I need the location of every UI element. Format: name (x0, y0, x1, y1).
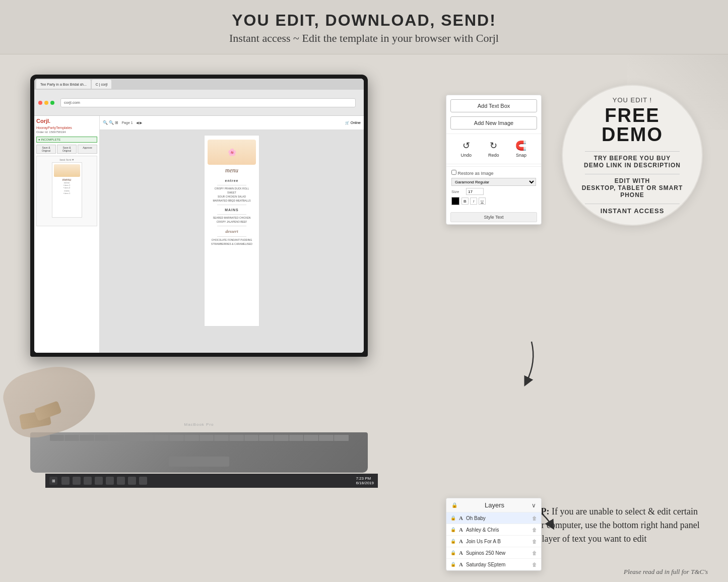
layer-delete-5[interactable]: 🗑 (532, 562, 537, 567)
mains-item-1: SEARED MARINATED CHICKEN (213, 216, 251, 220)
underline-icon[interactable]: U (479, 198, 486, 205)
divider-3 (217, 214, 246, 215)
color-swatch[interactable] (451, 197, 459, 205)
divider-4 (217, 226, 246, 226)
taskbar-icon-4[interactable] (95, 477, 103, 485)
laptop-screen: Tee Party in a Box Bridal sh... C | corj… (30, 75, 368, 357)
bold-icon[interactable]: B (461, 198, 469, 205)
layer-type-2: A (459, 527, 463, 533)
editor-canvas[interactable]: 🌸 menu entree CRISPY PRAWN DUCK ROLL SWE… (100, 130, 364, 353)
arrow-to-layers (501, 337, 542, 387)
layer-item-5[interactable]: 🔒 A Saturday SEptem 🗑 (446, 559, 541, 570)
maximize-dot[interactable] (50, 101, 54, 105)
layers-collapse-icon[interactable]: ∨ (532, 502, 536, 509)
save-btn[interactable]: Save & Original (36, 145, 56, 154)
dessert-item-2: STRAWBERRIES & CARAMELISED (211, 242, 252, 246)
taskbar-start[interactable]: ⊞ (49, 477, 57, 485)
snap-icon[interactable]: 🧲 (515, 140, 526, 151)
demo-demo: DEMO (602, 125, 663, 144)
layer-item-2[interactable]: 🔒 A Ashley & Chris 🗑 (446, 524, 541, 536)
restore-image-row: Restore as Image (451, 170, 536, 176)
font-dropdown[interactable]: Garamond Regular (451, 178, 536, 186)
floral-top (54, 164, 80, 177)
layer-delete-3[interactable]: 🗑 (532, 539, 537, 544)
menu-card-title: menu (225, 167, 238, 174)
floral-icon: 🌸 (228, 148, 236, 157)
demo-divider-3 (585, 204, 680, 204)
demo-divider-2 (585, 174, 680, 174)
thumbnail-label: best font ♥ (59, 158, 74, 161)
redo-icon[interactable]: ↻ (490, 140, 497, 151)
panel-icon-row: ↺ Undo ↻ Redo 🧲 Snap (446, 136, 541, 162)
thumbnail-area: best font ♥ menu entree• item 1• item 2m… (36, 156, 97, 226)
editor-content: Corjl. HoorayPartyTemplates Order Id: 15… (34, 116, 364, 353)
demo-you-edit: YOU EDIT ! (613, 96, 652, 104)
layer-lock-4: 🔒 (450, 550, 456, 555)
layer-item-1[interactable]: 🔒 A Oh Baby 🗑 (446, 512, 541, 524)
mains-section: MAINS (225, 208, 239, 212)
panel-divider-2 (446, 164, 541, 164)
taskbar-icon-1[interactable] (61, 477, 70, 485)
layer-type-4: A (459, 550, 463, 556)
mains-item-2: CRISPY JALAPENO BEEF (217, 220, 247, 224)
layer-delete-4[interactable]: 🗑 (532, 550, 537, 556)
editor-left-panel: Corjl. HoorayPartyTemplates Order Id: 15… (34, 116, 100, 353)
layer-type-5: A (459, 561, 463, 567)
taskbar-icon-7[interactable] (128, 477, 136, 485)
snap-item: 🧲 Snap (515, 140, 526, 158)
layer-lock-5: 🔒 (450, 562, 456, 567)
taskbar-icon-3[interactable] (84, 477, 92, 485)
layer-item-4[interactable]: 🔒 A Supinos 250 New 🗑 (446, 547, 541, 559)
demo-instant: INSTANT ACCESS (601, 207, 665, 215)
editor-workspace: 🔍 🔍 ⊞ Page 1 ◀ ▶ 🛒 Online 🌸 (100, 116, 364, 353)
size-input[interactable] (466, 188, 484, 195)
demo-divider-1 (585, 151, 680, 152)
redo-label: Redo (488, 153, 499, 158)
taskbar-icon-5[interactable] (106, 477, 114, 485)
divider-5 (217, 236, 246, 237)
layer-item-3[interactable]: 🔒 A Join Us For A B 🗑 (446, 536, 541, 547)
demo-free: FREE (605, 106, 659, 125)
divider-2 (217, 205, 246, 205)
layer-delete-2[interactable]: 🗑 (532, 527, 537, 533)
italic-icon[interactable]: I (470, 198, 477, 205)
undo-icon[interactable]: ↺ (462, 140, 470, 151)
layer-name-5: Saturday SEptem (466, 562, 529, 567)
browser-tab-1[interactable]: Tee Party in a Box Bridal sh... (36, 80, 91, 89)
demo-link-desc: DEMO LINK IN DESCRIPTION (584, 162, 681, 169)
date-display: 6/18/2019 (356, 481, 374, 485)
dessert-item-1: CHOCOLATE FONDANT PUDDING (212, 238, 252, 242)
brand-name: HoorayPartyTemplates (36, 126, 97, 130)
add-text-box-button[interactable]: Add Text Box (450, 99, 537, 112)
taskbar-icon-2[interactable] (73, 477, 81, 485)
windows-icon: ⊞ (52, 479, 55, 483)
layer-delete-1[interactable]: 🗑 (532, 515, 537, 521)
minimize-dot[interactable] (44, 101, 48, 105)
taskbar-icon-6[interactable] (117, 477, 125, 485)
action-buttons: Save & Original Save & Original Approve (36, 145, 97, 154)
style-text-button[interactable]: Style Text (450, 212, 537, 222)
browser-tab-2[interactable]: C | corjl (92, 80, 112, 89)
time-display: 7:23 PM (356, 476, 374, 481)
footer-note: Please read ad in full for T&C's (624, 568, 708, 576)
approve-btn[interactable]: Approve (78, 145, 97, 154)
add-new-image-button[interactable]: Add New Image (450, 116, 537, 130)
taskbar-icon-8[interactable] (139, 477, 147, 485)
entree-section: entree (225, 179, 238, 182)
toolbar-right: 🛒 Online (345, 121, 361, 125)
close-dot[interactable] (38, 101, 42, 105)
size-field-row: Size (451, 188, 536, 195)
redo-item: ↻ Redo (488, 140, 499, 158)
address-bar[interactable]: corjl.com (60, 98, 356, 107)
menu-thumbnail: menu entree• item 1• item 2mains• item 1 (52, 162, 82, 218)
order-id: Order Id: 1509758194 (36, 131, 97, 134)
corjl-floating-panel: Add Text Box Add New Image ↺ Undo ↻ Redo… (446, 95, 542, 225)
layer-name-4: Supinos 250 New (466, 550, 529, 556)
restore-image-checkbox[interactable] (451, 170, 456, 175)
layers-header: 🔒 Layers ∨ (446, 498, 541, 512)
taskbar-icons (61, 477, 147, 485)
menu-thumb-title: menu (62, 178, 72, 181)
layer-name-1: Oh Baby (466, 515, 529, 521)
save-btn-2[interactable]: Save & Original (57, 145, 77, 154)
taskbar: ⊞ 7:23 PM 6/18/2019 (45, 474, 378, 488)
